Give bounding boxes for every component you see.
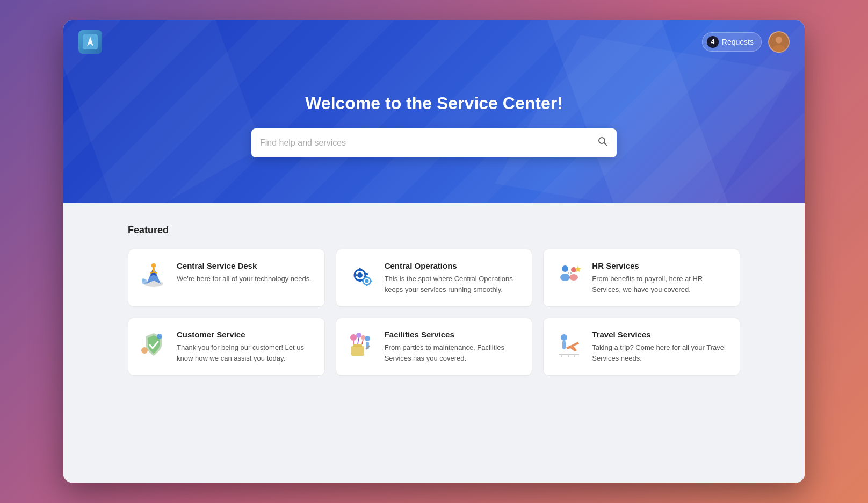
svg-point-23	[365, 279, 368, 283]
topbar: 4 Requests	[63, 20, 805, 63]
card-body-csd: Central Service Desk We're here for all …	[177, 261, 312, 284]
svg-rect-19	[359, 279, 361, 282]
user-avatar[interactable]	[768, 31, 790, 53]
card-body-cs: Customer Service Thank you for being our…	[177, 330, 314, 363]
card-title-cs: Customer Service	[177, 330, 314, 339]
requests-count: 4	[707, 36, 719, 48]
card-central-service-desk[interactable]: Central Service Desk We're here for all …	[128, 249, 325, 307]
requests-label: Requests	[722, 38, 754, 46]
svg-line-46	[362, 340, 363, 344]
topbar-right: 4 Requests	[702, 31, 790, 53]
app-window: 4 Requests Welcome to the Service Center…	[63, 20, 805, 483]
card-hr-services[interactable]: HR Services From benefits to payroll, he…	[543, 249, 740, 307]
card-body-ts: Travel Services Taking a trip? Come here…	[592, 330, 729, 363]
card-desc-csd: We're here for all of your technology ne…	[177, 274, 312, 284]
cards-grid-row1: Central Service Desk We're here for all …	[128, 249, 740, 307]
featured-title: Featured	[128, 225, 740, 236]
card-icon-co	[347, 261, 376, 290]
card-title-hr: HR Services	[592, 261, 729, 270]
card-icon-ts	[554, 330, 583, 359]
card-body-hr: HR Services From benefits to payroll, he…	[592, 261, 729, 294]
svg-rect-27	[370, 281, 372, 282]
svg-point-15	[142, 278, 145, 282]
svg-line-6	[604, 143, 607, 146]
card-desc-cs: Thank you for being our customer! Let us…	[177, 342, 314, 363]
svg-point-29	[560, 274, 570, 281]
card-desc-co: This is the spot where Central Operation…	[385, 274, 522, 294]
svg-line-45	[358, 338, 359, 344]
card-icon-csd	[139, 261, 168, 290]
svg-rect-26	[362, 281, 364, 282]
card-icon-hr	[554, 261, 583, 290]
card-body-fs: Facilities Services From parties to main…	[385, 330, 522, 363]
svg-rect-21	[365, 273, 368, 275]
cards-grid-row2: Customer Service Thank you for being our…	[128, 318, 740, 376]
card-facilities-services[interactable]: Facilities Services From parties to main…	[336, 318, 533, 376]
svg-point-38	[365, 336, 370, 341]
svg-point-41	[350, 334, 357, 341]
card-desc-ts: Taking a trip? Come here for all your Tr…	[592, 342, 729, 363]
svg-rect-18	[359, 268, 361, 271]
svg-point-42	[356, 333, 361, 338]
hero-content: Welcome to the Service Center!	[63, 63, 805, 203]
svg-point-10	[151, 263, 156, 268]
card-icon-cs	[139, 330, 168, 359]
main-content: Featured	[63, 203, 805, 483]
card-title-co: Central Operations	[385, 261, 522, 270]
svg-point-34	[157, 334, 162, 339]
svg-rect-48	[562, 341, 566, 349]
svg-point-3	[776, 37, 783, 44]
svg-point-17	[357, 272, 363, 278]
card-desc-fs: From parties to maintenance, Facilities …	[385, 342, 522, 363]
card-body-co: Central Operations This is the spot wher…	[385, 261, 522, 294]
card-customer-service[interactable]: Customer Service Thank you for being our…	[128, 318, 325, 376]
svg-point-30	[571, 267, 576, 272]
card-title-fs: Facilities Services	[385, 330, 522, 339]
hero-title: Welcome to the Service Center!	[305, 94, 563, 113]
svg-rect-25	[366, 285, 367, 287]
card-central-operations[interactable]: Central Operations This is the spot wher…	[336, 249, 533, 307]
svg-rect-20	[354, 274, 357, 276]
svg-point-35	[141, 347, 148, 354]
card-title-ts: Travel Services	[592, 330, 729, 339]
app-logo[interactable]	[78, 30, 102, 54]
svg-point-31	[569, 274, 578, 281]
requests-button[interactable]: 4 Requests	[702, 32, 762, 52]
svg-point-47	[561, 334, 567, 341]
search-input[interactable]	[260, 128, 597, 157]
svg-point-43	[361, 335, 365, 340]
logo-area	[78, 30, 102, 54]
svg-rect-36	[351, 346, 364, 356]
svg-rect-37	[353, 344, 362, 347]
svg-point-4	[773, 45, 785, 52]
svg-point-28	[562, 265, 568, 272]
card-title-csd: Central Service Desk	[177, 261, 312, 270]
card-travel-services[interactable]: Travel Services Taking a trip? Come here…	[543, 318, 740, 376]
search-icon	[597, 136, 608, 149]
card-desc-hr: From benefits to payroll, here at HR Ser…	[592, 274, 729, 294]
card-icon-fs	[347, 330, 376, 359]
svg-rect-24	[366, 276, 367, 278]
search-bar	[251, 128, 617, 157]
hero-section: 4 Requests Welcome to the Service Center…	[63, 20, 805, 203]
